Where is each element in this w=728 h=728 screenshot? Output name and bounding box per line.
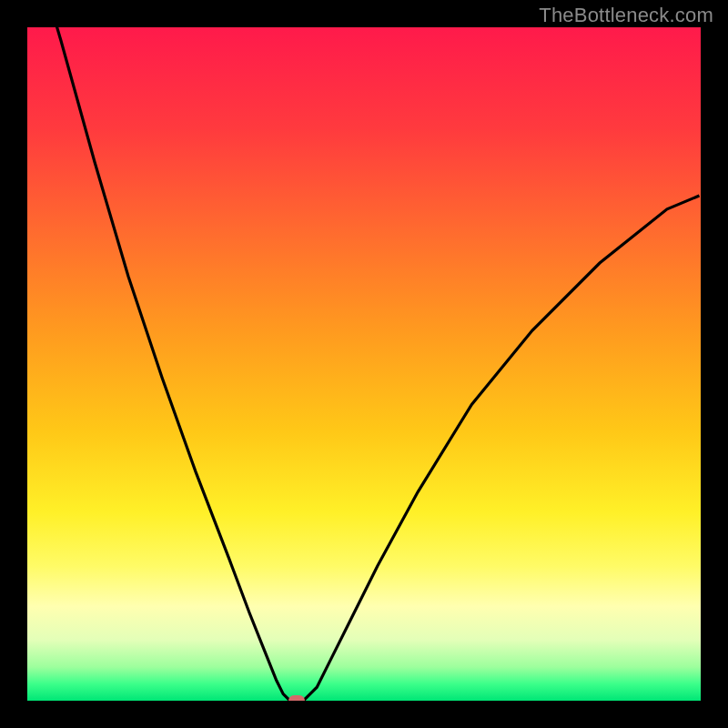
plot-area (27, 27, 701, 701)
optimal-point-marker (288, 695, 305, 701)
watermark-text: TheBottleneck.com (539, 4, 713, 27)
chart-frame: TheBottleneck.com (0, 0, 728, 728)
curve-layer (27, 27, 701, 701)
bottleneck-curve-line (27, 27, 700, 701)
